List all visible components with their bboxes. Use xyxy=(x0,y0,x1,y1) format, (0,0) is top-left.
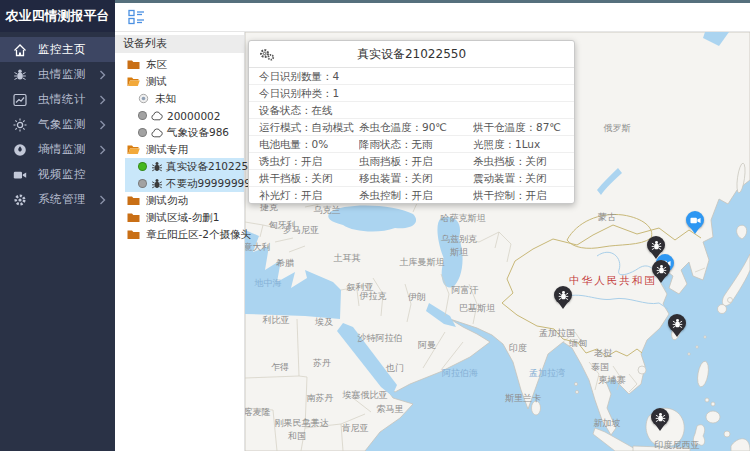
folder-closed-icon xyxy=(127,229,140,240)
folder-open-icon xyxy=(127,144,140,155)
tree-item-label: 测试 xyxy=(146,75,167,89)
app-title: 农业四情测报平台 xyxy=(0,0,115,32)
sidebar-item-insect[interactable]: 虫情监测 xyxy=(0,62,115,87)
popup-field: 降雨状态：无雨 xyxy=(359,136,473,152)
sidebar: 农业四情测报平台 监控主页虫情监测虫情统计气象监测墒情监测视频监控系统管理 xyxy=(0,0,115,451)
folder-closed-icon xyxy=(127,195,140,206)
marker-tail xyxy=(558,302,568,309)
folder-closed-icon xyxy=(127,59,140,70)
tree-item-label: 测试勿动 xyxy=(146,194,188,208)
popup-stat: 今日识别数量：4 xyxy=(249,68,359,84)
popup-title: 真实设备21022550 xyxy=(357,46,466,63)
tree-item[interactable]: 未知 xyxy=(115,90,244,107)
marker-tail xyxy=(655,424,665,431)
globe-icon xyxy=(13,143,27,157)
status-dot-gray xyxy=(138,111,147,120)
popup-field: 光照度：1Lux xyxy=(473,136,574,152)
device-list-header: 设备列表 xyxy=(115,35,244,53)
popup-field: 烘干仓温度：87℃ xyxy=(473,119,574,135)
video-icon xyxy=(13,168,27,182)
status-dot-gray xyxy=(138,128,147,137)
radio-icon xyxy=(138,93,149,104)
sidebar-item-label: 监控主页 xyxy=(38,42,106,57)
popup-field: 补光灯：开启 xyxy=(249,187,359,203)
sidebar-item-label: 视频监控 xyxy=(38,167,106,182)
chevron-right-icon xyxy=(99,70,106,80)
tree-item[interactable]: 东区 xyxy=(115,56,244,73)
chevron-right-icon xyxy=(99,195,106,205)
tree-item[interactable]: 测试 xyxy=(115,73,244,90)
settings-gears-icon[interactable] xyxy=(259,48,275,61)
sidebar-menu: 监控主页虫情监测虫情统计气象监测墒情监测视频监控系统管理 xyxy=(0,37,115,212)
tree-item-label: 章丘阳丘区-2个摄像头 xyxy=(146,228,251,242)
sidebar-item-label: 墒情监测 xyxy=(38,142,99,157)
popup-field: 杀虫控制：开启 xyxy=(359,187,473,203)
sidebar-item-stats[interactable]: 虫情统计 xyxy=(0,87,115,112)
home-icon xyxy=(13,43,27,57)
popup-field: 电池电量：0% xyxy=(249,136,359,152)
tree-item-label: 东区 xyxy=(146,58,167,72)
bug-device-icon xyxy=(151,178,163,190)
tree-item-label: 测试专用 xyxy=(146,143,188,157)
sidebar-item-soil[interactable]: 墒情监测 xyxy=(0,137,115,162)
pest-device-marker[interactable] xyxy=(652,260,670,284)
marker-tail xyxy=(672,330,682,337)
device-info-popup: 真实设备21022550 今日识别数量：4今日识别种类：1设备状态：在线运行模式… xyxy=(248,40,575,204)
sidebar-item-label: 气象监测 xyxy=(38,117,99,132)
sidebar-item-label: 虫情统计 xyxy=(38,92,99,107)
tree-toggle-icon[interactable] xyxy=(128,9,145,25)
tree-item[interactable]: 章丘阳丘区-2个摄像头 xyxy=(115,226,244,243)
bug-icon xyxy=(13,68,27,82)
sidebar-item-system[interactable]: 系统管理 xyxy=(0,187,115,212)
sidebar-item-weather[interactable]: 气象监测 xyxy=(0,112,115,137)
popup-body: 今日识别数量：4今日识别种类：1设备状态：在线运行模式：自动模式杀虫仓温度：90… xyxy=(249,68,574,203)
tree-item[interactable]: 真实设备21022550 xyxy=(125,158,244,175)
tree-item-label: 未知 xyxy=(155,92,176,106)
bug-device-icon xyxy=(151,161,163,173)
status-dot-green xyxy=(138,162,147,171)
popup-field: 运行模式：自动模式 xyxy=(249,119,359,135)
pest-device-marker[interactable] xyxy=(668,314,686,338)
tree-item[interactable]: 测试区域-勿删1 xyxy=(115,209,244,226)
tree-item-label: 气象设备986 xyxy=(167,126,229,140)
gear-icon xyxy=(13,193,27,207)
tree-item[interactable]: 测试勿动 xyxy=(115,192,244,209)
sun-icon xyxy=(13,118,27,132)
device-list-panel: 设备列表 东区测试未知20000002气象设备986测试专用真实设备210225… xyxy=(115,32,245,451)
pest-device-marker[interactable] xyxy=(554,286,572,310)
popup-header: 真实设备21022550 xyxy=(249,41,574,68)
tree-item-label: 不要动99999999 xyxy=(166,177,251,191)
popup-field: 杀虫仓温度：90℃ xyxy=(359,119,473,135)
tree-item-label: 20000002 xyxy=(167,110,220,122)
chart-icon xyxy=(13,93,27,107)
tree-item[interactable]: 测试专用 xyxy=(115,141,244,158)
chevron-right-icon xyxy=(99,145,106,155)
popup-field: 震动装置：关闭 xyxy=(473,170,574,186)
popup-field: 杀虫挡板：关闭 xyxy=(473,153,574,169)
tree-item[interactable]: 20000002 xyxy=(115,107,244,124)
sidebar-item-video[interactable]: 视频监控 xyxy=(0,162,115,187)
tree-item-label: 测试区域-勿删1 xyxy=(146,211,219,225)
tree-item[interactable]: 气象设备986 xyxy=(115,124,244,141)
chevron-right-icon xyxy=(99,120,106,130)
popup-device-status: 设备状态：在线 xyxy=(249,102,359,118)
popup-field: 诱虫灯：开启 xyxy=(249,153,359,169)
popup-stat: 今日识别种类：1 xyxy=(249,85,359,101)
popup-field: 烘干挡板：关闭 xyxy=(249,170,359,186)
sidebar-item-home[interactable]: 监控主页 xyxy=(0,37,115,62)
marker-tail xyxy=(656,276,666,283)
sidebar-item-label: 系统管理 xyxy=(38,192,99,207)
top-bar xyxy=(115,3,750,32)
tree-item[interactable]: 不要动99999999 xyxy=(125,175,244,192)
marker-tail xyxy=(690,227,700,234)
popup-field: 虫雨挡板：开启 xyxy=(359,153,473,169)
status-dot-gray xyxy=(138,179,147,188)
camera-marker[interactable] xyxy=(686,211,704,235)
cloud-device-icon xyxy=(151,128,164,138)
device-tree: 东区测试未知20000002气象设备986测试专用真实设备21022550不要动… xyxy=(115,56,244,243)
cloud-device-icon xyxy=(151,111,164,121)
pest-device-marker[interactable] xyxy=(651,408,669,432)
folder-closed-icon xyxy=(127,212,140,223)
popup-field: 烘干控制：开启 xyxy=(473,187,574,203)
sidebar-item-label: 虫情监测 xyxy=(38,67,99,82)
